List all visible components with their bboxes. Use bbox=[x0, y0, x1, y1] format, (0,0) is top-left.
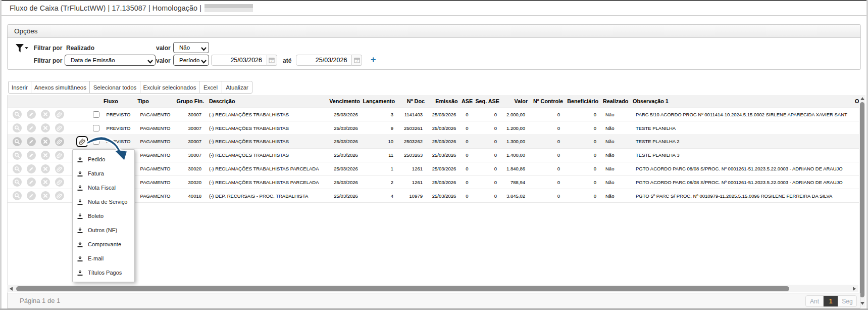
row-attach-icon[interactable] bbox=[55, 151, 64, 160]
cell-nctrl: 0 bbox=[529, 162, 563, 175]
row-delete-icon[interactable] bbox=[41, 164, 50, 173]
row-search-icon[interactable] bbox=[13, 137, 22, 146]
row-edit-icon[interactable] bbox=[27, 123, 36, 132]
cell-seqase: 0 bbox=[473, 135, 500, 148]
header-actions-spacer[interactable] bbox=[8, 95, 74, 108]
vertical-scrollbar[interactable] bbox=[859, 95, 865, 307]
column-header-descricao[interactable]: Descrição bbox=[205, 95, 328, 108]
column-header-seq-ase[interactable]: Seq. ASE bbox=[473, 95, 500, 108]
column-header-lancamento[interactable]: Lançamento bbox=[361, 95, 397, 108]
row-attach-icon[interactable] bbox=[55, 191, 64, 200]
row-delete-icon[interactable] bbox=[41, 137, 50, 146]
scroll-left-arrow-icon[interactable] bbox=[10, 287, 13, 291]
date-from-calendar-button[interactable]: 7 bbox=[267, 55, 277, 66]
column-header-no-controle[interactable]: Nº Controle bbox=[529, 95, 563, 108]
pagination-current-page[interactable]: 1 bbox=[824, 296, 838, 306]
options-panel-header[interactable]: Opções bbox=[8, 25, 860, 38]
pagination-prev-button[interactable]: Ant bbox=[806, 296, 824, 306]
column-header-realizado[interactable]: Realizado bbox=[599, 95, 632, 108]
column-header-observacao-1[interactable]: Observação 1 bbox=[632, 95, 852, 108]
row-delete-icon[interactable] bbox=[41, 151, 50, 160]
column-header-fluxo[interactable]: Fluxo bbox=[103, 95, 134, 108]
row-edit-icon[interactable] bbox=[27, 191, 36, 200]
table-row[interactable]: PREVISTOPAGAMENTO30007(-) RECLAMAÇÕES TR… bbox=[8, 149, 859, 162]
row-checkbox[interactable] bbox=[93, 111, 99, 118]
filter-field-1: Realizado bbox=[66, 45, 94, 52]
toolbar-button-atualizar[interactable]: Atualizar bbox=[222, 81, 252, 94]
menu-item-pedido[interactable]: Pedido bbox=[73, 152, 134, 166]
menu-item-nota-fiscal[interactable]: Nota Fiscal bbox=[73, 181, 134, 195]
scroll-down-arrow-icon[interactable] bbox=[860, 302, 864, 305]
pagination-next-button[interactable]: Seg bbox=[838, 296, 856, 306]
table-row[interactable]: PREVISTOPAGAMENTO30007(-) RECLAMAÇÕES TR… bbox=[8, 108, 859, 122]
table-row[interactable]: PREVISTOPAGAMENTO30020(-) RECLAMAÇÕES TR… bbox=[8, 162, 859, 176]
menu-item-e-mail[interactable]: E-mail bbox=[73, 251, 134, 265]
menu-item-boleto[interactable]: Boleto bbox=[73, 209, 134, 223]
row-delete-icon[interactable] bbox=[41, 178, 50, 187]
menu-item-outros-nf-[interactable]: Outros (NF) bbox=[73, 223, 134, 237]
horizontal-scroll-thumb[interactable] bbox=[16, 286, 789, 291]
toolbar-button-selecionar-todos[interactable]: Selecionar todos bbox=[89, 81, 140, 94]
menu-item-nota-de-servi-o[interactable]: Nota de Serviço bbox=[73, 195, 134, 209]
toolbar-button-inserir[interactable]: Inserir bbox=[8, 81, 31, 94]
menu-item-fatura[interactable]: Fatura bbox=[73, 166, 134, 181]
row-attach-icon[interactable] bbox=[55, 137, 64, 146]
column-header-grupo-fin[interactable]: Grupo Fin. bbox=[176, 95, 205, 108]
row-edit-icon[interactable] bbox=[27, 137, 36, 146]
date-to-input[interactable]: 25/03/2026 bbox=[296, 55, 352, 66]
column-header-valor[interactable]: Valor bbox=[500, 95, 529, 108]
scroll-up-arrow-icon[interactable] bbox=[860, 97, 864, 100]
row-attach-icon[interactable] bbox=[55, 123, 64, 132]
filter-funnel-icon[interactable] bbox=[16, 44, 29, 56]
date-to-calendar-button[interactable]: 7 bbox=[352, 55, 362, 66]
row-edit-icon[interactable] bbox=[27, 110, 36, 119]
row-delete-icon[interactable] bbox=[41, 191, 50, 200]
column-header-ase[interactable]: ASE bbox=[461, 95, 473, 108]
column-header-vencimento[interactable]: Vencimento bbox=[328, 95, 361, 108]
table-row[interactable]: PREVISTOPAGAMENTO40018(-) DEP. RECURSAIS… bbox=[8, 189, 859, 203]
row-search-icon[interactable] bbox=[13, 178, 22, 187]
attachment-paperclip-button[interactable] bbox=[76, 136, 88, 147]
period-select[interactable]: Período bbox=[173, 55, 209, 66]
scroll-right-arrow-icon[interactable] bbox=[853, 287, 856, 291]
row-search-icon[interactable] bbox=[13, 191, 22, 200]
row-search-icon[interactable] bbox=[13, 123, 22, 132]
row-checkbox[interactable] bbox=[93, 138, 99, 145]
column-header-observacao-2[interactable]: Ob bbox=[852, 95, 859, 108]
toolbar-button-excel[interactable]: Excel bbox=[199, 81, 222, 94]
row-attach-icon[interactable] bbox=[55, 178, 64, 187]
add-filter-button[interactable]: + bbox=[371, 55, 376, 64]
table-row[interactable]: PREVISTOPAGAMENTO30007(-) RECLAMAÇÕES TR… bbox=[8, 121, 859, 135]
row-delete-icon[interactable] bbox=[41, 123, 50, 132]
row-checkbox[interactable] bbox=[93, 125, 99, 131]
row-search-icon[interactable] bbox=[13, 164, 22, 173]
row-attach-icon[interactable] bbox=[55, 164, 64, 173]
table-row[interactable]: PREVISTOPAGAMENTO30007(-) RECLAMAÇÕES TR… bbox=[8, 135, 859, 149]
horizontal-scrollbar[interactable] bbox=[7, 285, 858, 292]
header-checkbox-spacer[interactable] bbox=[90, 95, 103, 108]
column-header-no-doc[interactable]: Nº Doc bbox=[397, 95, 425, 108]
menu-item-t-tulos-pagos[interactable]: Títulos Pagos bbox=[73, 265, 134, 280]
row-search-icon[interactable] bbox=[13, 151, 22, 160]
column-header-tipo[interactable]: Tipo bbox=[134, 95, 176, 108]
row-search-icon[interactable] bbox=[13, 110, 22, 119]
header-attach-spacer[interactable] bbox=[74, 95, 90, 108]
date-from-input[interactable]: 25/03/2026 bbox=[211, 55, 267, 66]
table-row[interactable]: PREVISTOPAGAMENTO30020(-) RECLAMAÇÕES TR… bbox=[8, 175, 859, 189]
column-header-emissao[interactable]: Emissão bbox=[425, 95, 461, 108]
row-edit-icon[interactable] bbox=[27, 178, 36, 187]
realizado-value-select[interactable]: Não bbox=[173, 42, 209, 53]
vertical-scroll-thumb[interactable] bbox=[860, 102, 864, 297]
row-edit-icon[interactable] bbox=[27, 164, 36, 173]
row-delete-icon[interactable] bbox=[41, 110, 50, 119]
row-attach-icon[interactable] bbox=[55, 110, 64, 119]
row-edit-icon[interactable] bbox=[27, 151, 36, 160]
cell-nctrl: 0 bbox=[529, 149, 563, 162]
toolbar-button-anexos-simult-neos[interactable]: Anexos simultâneos bbox=[31, 81, 90, 94]
toolbar-button-excluir-selecionados[interactable]: Excluir selecionados bbox=[140, 81, 199, 94]
cell-nctrl: 0 bbox=[529, 175, 563, 189]
cell-venc: 25/03/2026 bbox=[328, 189, 361, 202]
column-header-beneficiario[interactable]: Beneficiário bbox=[563, 95, 599, 108]
filter-field-select[interactable]: Data de Emissão bbox=[65, 55, 156, 66]
menu-item-comprovante[interactable]: Comprovante bbox=[73, 237, 134, 251]
